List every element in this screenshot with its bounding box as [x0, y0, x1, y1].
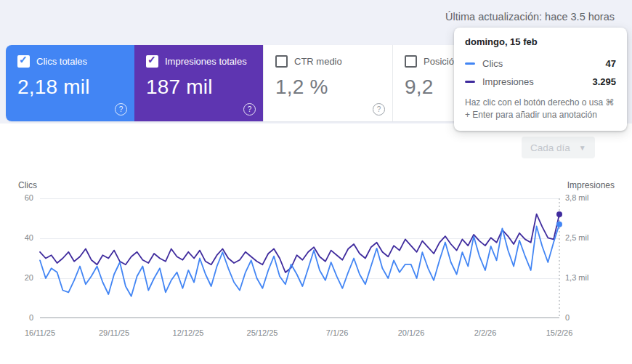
- card-header: ✓ Clics totales: [17, 55, 123, 68]
- impressions-checkbox[interactable]: ✓: [146, 55, 158, 68]
- clicks-checkbox[interactable]: ✓: [17, 55, 30, 68]
- right-axis-title: Impresiones: [567, 180, 615, 190]
- y-axis-right-tick: 0: [565, 313, 570, 323]
- card-label: CTR medio: [294, 56, 342, 67]
- card-label: Impresiones totales: [165, 56, 247, 67]
- y-axis-right-tick: 1,3 mil: [565, 273, 588, 283]
- y-axis-left-tick: 60: [0, 193, 33, 203]
- clicks-line-icon: [465, 62, 475, 65]
- y-axis-left-tick: 20: [0, 273, 33, 283]
- y-axis-left-tick: 40: [0, 233, 33, 243]
- y-axis-right-tick: 2,5 mil: [565, 233, 588, 243]
- granularity-label: Cada día: [530, 142, 570, 153]
- card-value: 1,2 %: [275, 76, 381, 99]
- x-axis-tick: 2/2/26: [474, 328, 497, 337]
- tooltip-metric-value: 3.295: [592, 76, 616, 87]
- x-axis-tick: 29/11/25: [99, 328, 129, 337]
- annotation-hint: Haz clic con el botón derecho o usa ⌘ + …: [465, 97, 616, 122]
- checkmark-icon: ✓: [147, 54, 156, 65]
- tooltip-row-clicks: Clics 47: [465, 54, 616, 73]
- help-icon[interactable]: ?: [373, 103, 385, 116]
- position-checkbox[interactable]: ✓: [405, 55, 417, 68]
- granularity-dropdown[interactable]: Cada día ▼: [522, 137, 595, 158]
- card-label: Clics totales: [36, 56, 87, 67]
- card-header: ✓ Impresiones totales: [146, 55, 251, 68]
- tooltip-date: domingo, 15 feb: [465, 36, 616, 47]
- tooltip-metric-label: Impresiones: [482, 76, 592, 87]
- performance-chart[interactable]: [40, 198, 559, 318]
- tooltip-row-impressions: Impresiones 3.295: [465, 73, 616, 91]
- ctr-checkbox[interactable]: ✓: [275, 55, 288, 68]
- checkmark-icon: ✓: [19, 54, 28, 65]
- last-update-text: Última actualización: hace 3.5 horas: [445, 11, 615, 23]
- y-axis-right-tick: 3,8 mil: [565, 193, 588, 203]
- x-axis-tick: 20/1/26: [398, 328, 425, 337]
- x-axis-tick: 12/12/25: [173, 328, 204, 337]
- metric-cards: ✓ Clics totales 2,18 mil ? ✓ Impresiones…: [6, 45, 522, 121]
- tooltip-metric-value: 47: [606, 58, 616, 69]
- card-value: 187 mil: [146, 76, 251, 99]
- card-average-ctr[interactable]: ✓ CTR medio 1,2 % ?: [263, 45, 392, 121]
- chevron-down-icon: ▼: [579, 144, 586, 152]
- tooltip-metric-label: Clics: [482, 58, 606, 69]
- x-axis-tick: 25/12/25: [247, 328, 278, 337]
- y-axis-left-tick: 0: [0, 313, 33, 323]
- card-header: ✓ CTR medio: [275, 55, 381, 68]
- left-axis-title: Clics: [18, 180, 37, 190]
- card-value: 2,18 mil: [17, 76, 123, 99]
- chart-panel: Clics Impresiones 60 40 20 0 3,8 mil 2,5…: [0, 124, 632, 364]
- card-total-impressions[interactable]: ✓ Impresiones totales 187 mil ?: [134, 45, 263, 121]
- card-total-clicks[interactable]: ✓ Clics totales 2,18 mil ?: [6, 45, 134, 121]
- help-icon[interactable]: ?: [115, 103, 127, 116]
- help-icon[interactable]: ?: [243, 103, 256, 116]
- x-axis-tick: 7/1/26: [326, 328, 349, 337]
- impressions-line-icon: [465, 81, 475, 83]
- chart-tooltip: domingo, 15 feb Clics 47 Impresiones 3.2…: [454, 28, 627, 131]
- x-axis-tick: 16/11/25: [25, 328, 55, 337]
- x-axis-tick: 15/2/26: [546, 328, 573, 337]
